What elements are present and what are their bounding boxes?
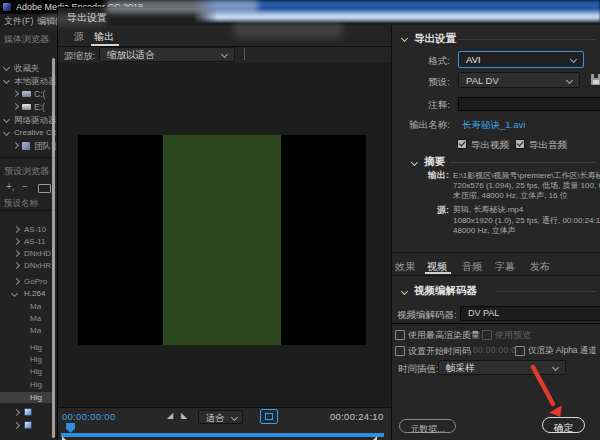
chevron-right-icon (12, 103, 19, 110)
preset-row[interactable]: AS-11 (0, 236, 52, 247)
tree-item-favorites[interactable]: 收藏夹 (0, 62, 57, 74)
preset-label: Ma (30, 314, 52, 323)
video-codec-select[interactable]: DV PAL (460, 306, 600, 321)
tab-output[interactable]: 输出 (94, 30, 114, 44)
preset-row[interactable] (0, 420, 52, 431)
set-in-point-icon[interactable]: ◢ (167, 411, 173, 420)
divider (392, 323, 600, 324)
preset-row[interactable]: H.264 (0, 288, 52, 299)
tab-captions[interactable]: 字幕 (495, 260, 515, 274)
preset-row[interactable]: GoPro (0, 276, 52, 287)
tree-label: 网络驱动器 (14, 115, 56, 126)
tree-label: 收藏夹 (14, 63, 56, 74)
preset-row[interactable]: AS-10 (0, 224, 52, 235)
metadata-button[interactable]: 元数据... (399, 419, 456, 433)
comments-label: 注释: (392, 99, 450, 112)
preset-row[interactable]: Ma (0, 313, 52, 324)
comments-input[interactable] (458, 97, 600, 111)
source-scaling-select[interactable]: 缩放以适合 (99, 47, 235, 62)
set-start-timecode-label: 设置开始时间码 (408, 345, 471, 358)
render-alpha-label: 仅渲染 Alpha 通道 (528, 345, 600, 357)
preset-file-icon (24, 421, 32, 429)
set-out-point-icon[interactable]: ◣ (181, 411, 187, 420)
tree-item-network-drives[interactable]: 网络驱动器 (0, 114, 57, 126)
preset-row[interactable] (0, 407, 52, 418)
tree-item-local-drives[interactable]: 本地驱动器 (0, 75, 57, 87)
render-alpha-checkbox[interactable] (515, 346, 525, 356)
use-previews-checkbox[interactable] (482, 330, 492, 340)
add-preset-button[interactable]: +, (6, 181, 15, 192)
source-scaling-value: 缩放以适合 (107, 49, 155, 62)
tab-underline (425, 272, 451, 274)
preset-row[interactable]: Ma (0, 301, 52, 312)
app-icon (2, 2, 12, 12)
tree-item-drive-e[interactable]: E:( (0, 101, 57, 113)
blurred-region (233, 23, 343, 37)
chevron-down-icon (3, 77, 10, 84)
format-select[interactable]: AVI (458, 51, 584, 68)
range-out-handle[interactable] (370, 436, 377, 440)
preset-row[interactable]: Hig (0, 366, 52, 377)
media-browser-panel: 媒体浏览器 收藏夹 本地驱动器 C:( E:( 网络驱动器 Creative C… (0, 27, 57, 440)
export-settings-header[interactable]: 导出设置 (414, 32, 456, 46)
save-preset-icon[interactable] (591, 74, 600, 85)
video-codec-header[interactable]: 视频编解码器 (414, 284, 477, 298)
max-render-quality-label: 使用最高渲染质量 (408, 329, 480, 342)
preset-label: 预设: (392, 76, 450, 89)
tab-publish[interactable]: 发布 (530, 260, 550, 274)
tree-item-creative-cloud[interactable]: Creative Clo (0, 127, 57, 139)
tree-item-team-projects[interactable]: 团队项 (0, 140, 57, 152)
preset-row[interactable]: DNxHR (0, 260, 52, 271)
chevron-right-icon (13, 226, 20, 233)
preset-label: AS-11 (24, 237, 52, 246)
preset-name-column-header: 预设名称 (4, 198, 54, 210)
tab-source[interactable]: 源 (74, 30, 84, 44)
preset-label: Hig (30, 380, 52, 389)
tab-effects[interactable]: 效果 (395, 260, 415, 274)
preset-select[interactable]: PAL DV (458, 72, 580, 88)
export-video-checkbox[interactable] (457, 139, 467, 149)
range-in-handle[interactable] (62, 436, 69, 440)
preset-row[interactable]: Ma (0, 325, 52, 336)
start-timecode-value: 00:00:00:00 (473, 345, 521, 355)
zoom-level-select[interactable]: 适合 (198, 410, 243, 424)
video-codec-value: DV PAL (468, 308, 499, 318)
tree-item-drive-c[interactable]: C:( (0, 88, 57, 100)
set-start-timecode-checkbox[interactable] (395, 346, 405, 356)
playhead-marker[interactable] (66, 423, 75, 433)
video-frame (78, 135, 366, 345)
chevron-right-icon (13, 409, 20, 416)
preview-area (58, 63, 391, 407)
summary-header[interactable]: 摘要 (424, 155, 445, 169)
ok-button[interactable]: 确定 (542, 417, 585, 433)
crop-button[interactable] (260, 409, 278, 424)
import-preset-icon[interactable] (38, 184, 51, 193)
export-audio-checkbox[interactable] (515, 139, 525, 149)
current-timecode[interactable]: 00:00:00:00 (62, 411, 116, 422)
duration-timecode: 00:00:24:10 (330, 411, 384, 422)
preset-row[interactable]: Hig (0, 342, 52, 353)
divider (392, 252, 600, 253)
preset-row-selected[interactable]: Hig (0, 392, 52, 403)
remove-preset-button[interactable]: − (22, 181, 28, 192)
time-interpolation-value: 帧采样 (446, 362, 475, 375)
divider (392, 275, 600, 276)
team-project-icon (22, 142, 30, 150)
preset-row[interactable]: Hig (0, 354, 52, 365)
chevron-down-icon (221, 51, 228, 58)
metadata-button-label: 元数据... (410, 424, 445, 434)
chevron-down-icon (570, 56, 577, 63)
preset-row[interactable]: Hig (0, 379, 52, 390)
preset-label: DNxHR (24, 261, 52, 270)
time-interpolation-select[interactable]: 帧采样 (438, 360, 566, 375)
chevron-right-icon (12, 142, 19, 149)
scrollbar[interactable] (52, 58, 55, 438)
chevron-right-icon (12, 90, 19, 97)
tab-audio[interactable]: 音频 (462, 260, 482, 274)
preset-row[interactable]: DNxHD (0, 248, 52, 259)
timeline-range-bar[interactable] (61, 433, 384, 437)
settings-pane: 导出设置 格式: AVI 预设: PAL DV 注释: 输出名称: 长寿秘诀_1… (391, 25, 600, 440)
chevron-down-icon (231, 414, 238, 421)
max-render-quality-checkbox[interactable] (395, 330, 405, 340)
output-name-link[interactable]: 长寿秘诀_1.avi (462, 119, 597, 132)
